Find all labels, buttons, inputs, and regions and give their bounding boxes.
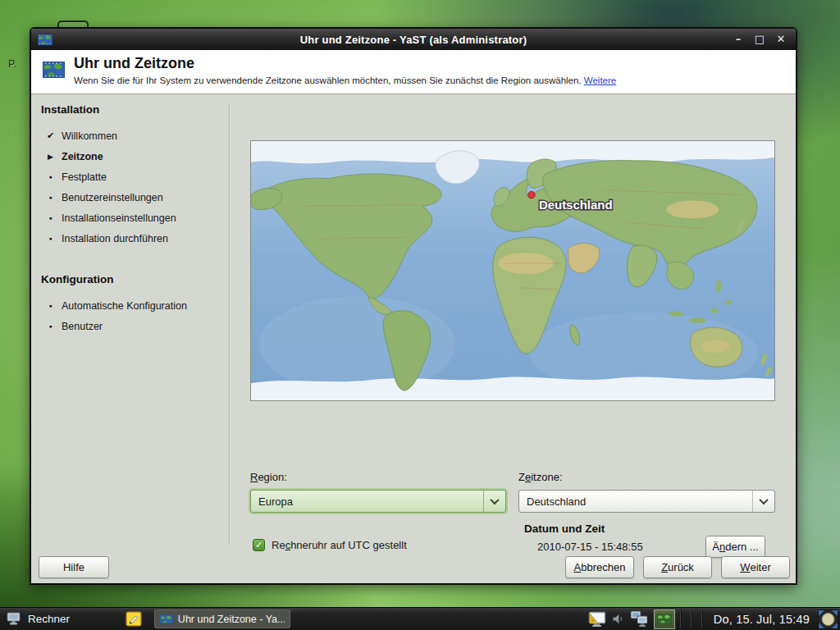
installation-steps-sidebar: Installation ✔ Willkommen ▶ Zeitzone ● F… [31,103,229,336]
yast-timezone-icon [38,34,52,45]
utc-checkbox-label: Rechneruhr auf UTC gestellt [272,539,407,551]
window-titlebar[interactable]: Uhr und Zeitzone - YaST (als Administrat… [31,29,796,50]
region-dropdown[interactable]: Europa [250,490,506,513]
sidebar-item-installationseinstellungen: ● Installationseinstellungen [41,208,229,228]
utc-checkbox[interactable]: ✓ [253,539,265,551]
taskbar-window-title: Uhr und Zeitzone - Ya... [178,614,285,625]
chevron-down-icon [490,495,499,504]
label-mnemonic: W [740,561,750,573]
timezone-header-icon [43,62,65,78]
sidebar-item-willkommen: ✔ Willkommen [41,126,229,146]
utc-checkbox-row[interactable]: ✓ Rechneruhr auf UTC gestellt [253,539,407,551]
yast-timezone-icon [657,614,672,624]
label-part: eiter [750,561,770,573]
timezone-value: Deutschland [519,495,752,508]
region-label: Region: [250,471,287,483]
sidebar-item-zeitzone: ▶ Zeitzone [41,146,229,167]
maximize-button[interactable]: □ [753,33,766,46]
window-title: Uhr und Zeitzone - YaST (als Administrat… [31,34,796,46]
bullet-icon: ● [44,303,57,308]
dropdown-arrow-button[interactable] [752,491,774,512]
datetime-value: 2010-07-15 - 15:48:55 [537,541,643,553]
page-title: Uhr und Zeitzone [74,55,194,72]
label-mnemonic: R [250,471,258,483]
label-part: bbrechen [581,561,625,573]
label-mnemonic: Z [661,561,668,573]
sidebar-item-label: Willkommen [62,130,117,142]
check-icon: ✔ [44,130,57,141]
bullet-icon: ● [44,235,57,241]
arrow-icon: ▶ [44,153,57,161]
yast-tray-icon[interactable] [654,609,675,629]
dialog-body: Installation ✔ Willkommen ▶ Zeitzone ● F… [31,95,796,583]
weitere-link[interactable]: Weitere [584,75,616,85]
label-part: hneruhr auf UTC gestellt [290,539,407,551]
system-tray [587,609,675,629]
label-part: egion: [258,471,286,483]
timezone-marker-label: Deutschland [539,198,613,212]
sidebar-item-automatische-konfiguration: ● Automatische Konfiguration [41,295,229,316]
label-part: itzone: [531,471,562,483]
dropdown-arrow-button[interactable] [483,491,505,512]
next-button[interactable]: Weiter [721,556,790,578]
sidebar-section-heading: Konfiguration [41,273,229,285]
bullet-icon: ● [44,215,57,221]
world-map[interactable]: Deutschland [250,140,775,401]
label-part: Z [518,471,525,483]
desktop-icon-label: P. [8,58,16,70]
notes-launcher-icon[interactable] [126,610,143,628]
sidebar-item-label: Automatische Konfiguration [62,300,187,312]
taskbar-clock[interactable]: Do, 15. Jul, 15:49 [714,613,810,626]
yast-window: Uhr und Zeitzone - YaST (als Administrat… [30,27,797,585]
chevron-down-icon [759,495,768,504]
taskbar: Rechner Uhr und Zeitzone - Ya... [0,607,840,630]
region-value: Europa [251,495,483,508]
label-mnemonic: n [719,541,725,553]
computer-menu-button[interactable]: Rechner [0,608,78,630]
display-settings-icon[interactable] [587,611,606,628]
timezone-dropdown[interactable]: Deutschland [518,490,775,513]
label-mnemonic: A [574,561,582,573]
help-button[interactable]: Hilfe [39,556,109,578]
sidebar-item-benutzer: ● Benutzer [41,316,229,336]
sidebar-item-label: Festplatte [62,171,107,183]
label-part: urück [668,561,694,573]
close-button[interactable]: ✕ [774,33,788,46]
sidebar-item-benutzereinstellungen: ● Benutzereinstellungen [41,187,229,208]
description-text: Wenn Sie die für Ihr System zu verwenden… [74,75,582,85]
cancel-button[interactable]: Abbrechen [565,556,634,578]
bullet-icon: ● [44,174,57,180]
label-part: dern ... [725,541,758,553]
sidebar-item-label: Zeitzone [62,151,103,162]
sidebar-separator [229,103,230,544]
sidebar-item-label: Installation durchführen [62,233,168,244]
minimize-button[interactable]: – [732,33,745,46]
page-description: Wenn Sie die für Ihr System zu verwenden… [74,75,616,85]
yast-timezone-icon [160,614,173,624]
sidebar-item-festplatte: ● Festplatte [41,167,229,187]
network-icon[interactable] [630,610,649,628]
tray-separator [701,610,702,628]
bullet-icon: ● [44,194,57,200]
show-desktop-icon[interactable] [818,609,838,629]
change-datetime-button[interactable]: Ändern ... [705,536,765,558]
volume-icon[interactable] [611,612,625,626]
sidebar-item-installation-durchfuehren: ● Installation durchführen [41,228,229,249]
sidebar-item-label: Installationseinstellungen [62,212,176,224]
dialog-header: Uhr und Zeitzone Wenn Sie die für Ihr Sy… [31,50,796,94]
timezone-label: Zeitzone: [518,471,563,483]
tray-separator [680,610,681,628]
sidebar-section-heading: Installation [41,103,229,116]
sidebar-item-label: Benutzer [62,321,103,332]
timezone-marker [528,191,535,198]
computer-icon [7,612,22,626]
computer-menu-label: Rechner [28,613,70,625]
back-button[interactable]: Zurück [643,556,712,578]
label-part: Re [272,539,285,551]
tray-separator [691,610,692,628]
label-part: Ä [712,541,719,553]
bullet-icon: ● [44,323,57,329]
datetime-heading: Datum und Zeit [524,523,605,535]
sidebar-item-label: Benutzereinstellungen [62,192,163,203]
taskbar-window-button[interactable]: Uhr und Zeitzone - Ya... [154,609,290,628]
